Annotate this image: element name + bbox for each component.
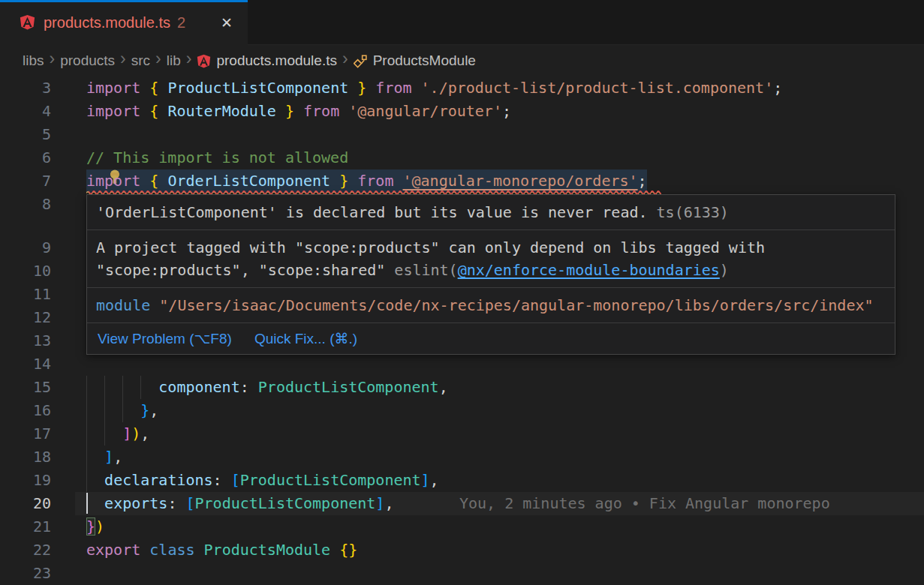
line-number[interactable]: 23 (0, 562, 51, 585)
code-line-16[interactable]: 16 }, (0, 399, 924, 422)
code-line-6[interactable]: 6// This import is not allowed (0, 146, 924, 170)
ts-diagnostic: 'OrderListComponent' is declared but its… (87, 195, 895, 230)
code-text: declarations: [ProductListComponent], (86, 469, 439, 492)
angular-file-icon (197, 54, 211, 68)
chevron-right-icon: › (155, 49, 161, 69)
line-number[interactable]: 20 (0, 492, 51, 515)
code-line-21[interactable]: 21}) (0, 515, 924, 538)
line-number[interactable]: 10 (0, 260, 51, 283)
line-number[interactable]: 16 (0, 399, 51, 422)
line-number[interactable]: 17 (0, 422, 51, 446)
breadcrumb-item-symbol[interactable]: ProductsModule (354, 52, 476, 69)
git-blame-annotation: You, 2 minutes ago • Fix Angular monorep… (459, 492, 830, 515)
breadcrumb-item-products[interactable]: products (60, 52, 115, 69)
line-number[interactable]: 3 (0, 76, 51, 100)
code-line-18[interactable]: 18 ], (0, 446, 924, 469)
tab-products-module[interactable]: products.module.ts 2 ✕ (0, 0, 248, 45)
line-number[interactable]: 4 (0, 100, 51, 123)
hover-messages: 'OrderListComponent' is declared but its… (87, 195, 895, 323)
eslint-diagnostic: A project tagged with "scope:products" c… (87, 230, 895, 288)
editor[interactable]: 3import { ProductListComponent } from '.… (0, 75, 924, 585)
chevron-right-icon: › (120, 49, 126, 69)
class-symbol-icon (354, 54, 368, 68)
hover-popup: 'OrderListComponent' is declared but its… (86, 194, 895, 355)
module-path: module "/Users/isaac/Documents/code/nx-r… (87, 288, 895, 323)
line-number[interactable]: 19 (0, 469, 51, 492)
code-text: component: ProductListComponent, (86, 376, 448, 399)
text-cursor (86, 493, 88, 514)
code-line-19[interactable]: 19 declarations: [ProductListComponent], (0, 469, 924, 492)
line-number[interactable]: 9 (0, 236, 51, 260)
chevron-right-icon: › (342, 49, 348, 69)
hover-status-bar: View Problem (⌥F8)Quick Fix... (⌘.) (87, 323, 895, 354)
line-number[interactable]: 5 (0, 123, 51, 146)
active-tab-indicator (0, 0, 248, 2)
tab-problems-badge: 2 (177, 14, 185, 32)
line-number[interactable]: 14 (0, 352, 51, 376)
line-number[interactable]: 11 (0, 283, 51, 306)
code-line-5[interactable]: 5 (0, 123, 924, 146)
code-text: }, (86, 399, 158, 422)
tab-filename: products.module.ts (44, 14, 170, 32)
line-number[interactable]: 7 (0, 170, 51, 193)
chevron-right-icon: › (50, 49, 56, 69)
code-line-23[interactable]: 23 (0, 562, 924, 585)
breadcrumb-item-libs[interactable]: libs (23, 52, 44, 69)
code-text: import { RouterModule } from '@angular/r… (86, 100, 511, 123)
code-line-3[interactable]: 3import { ProductListComponent } from '.… (0, 76, 924, 100)
line-number[interactable]: 15 (0, 376, 51, 399)
chevron-right-icon: › (186, 49, 192, 69)
close-icon[interactable]: ✕ (218, 13, 236, 33)
code-line-4[interactable]: 4import { RouterModule } from '@angular/… (0, 100, 924, 123)
code-text: ]), (86, 422, 149, 446)
code-line-14[interactable]: 14 (0, 352, 924, 376)
breadcrumb-item-file[interactable]: products.module.ts (216, 52, 337, 69)
code-text: import { ProductListComponent } from './… (86, 76, 782, 100)
line-number[interactable]: 12 (0, 306, 51, 329)
code-line-22[interactable]: 22export class ProductsModule {} (0, 538, 924, 562)
code-text: ], (86, 446, 122, 469)
line-number[interactable]: 18 (0, 446, 51, 469)
code-line-15[interactable]: 15 component: ProductListComponent, (0, 376, 924, 399)
code-text: }) (86, 515, 104, 538)
line-number[interactable]: 21 (0, 515, 51, 538)
quick-fix-link[interactable]: Quick Fix... (⌘.) (254, 330, 357, 347)
line-number[interactable]: 13 (0, 329, 51, 352)
code-line-17[interactable]: 17 ]), (0, 422, 924, 446)
vscode-window: products.module.ts 2 ✕ libs › products ›… (0, 0, 924, 585)
tab-bar: products.module.ts 2 ✕ (0, 0, 924, 45)
breadcrumb: libs › products › src › lib › products.m… (0, 46, 924, 75)
line-number[interactable]: 8 (0, 193, 51, 216)
line-number[interactable]: 22 (0, 538, 51, 562)
code-line-20[interactable]: 20 exports: [ProductListComponent],You, … (0, 492, 924, 515)
view-problem-link[interactable]: View Problem (⌥F8) (98, 330, 232, 347)
breadcrumb-item-src[interactable]: src (131, 52, 150, 69)
code-text: export class ProductsModule {} (86, 538, 357, 562)
breadcrumb-item-lib[interactable]: lib (167, 52, 181, 69)
breadcrumb-symbol-label: ProductsModule (373, 52, 476, 69)
line-number[interactable]: 6 (0, 146, 51, 170)
eslint-rule-link[interactable]: @nx/enforce-module-boundaries (458, 261, 720, 279)
code-text: exports: [ProductListComponent], (86, 492, 393, 515)
angular-file-icon (20, 14, 35, 31)
